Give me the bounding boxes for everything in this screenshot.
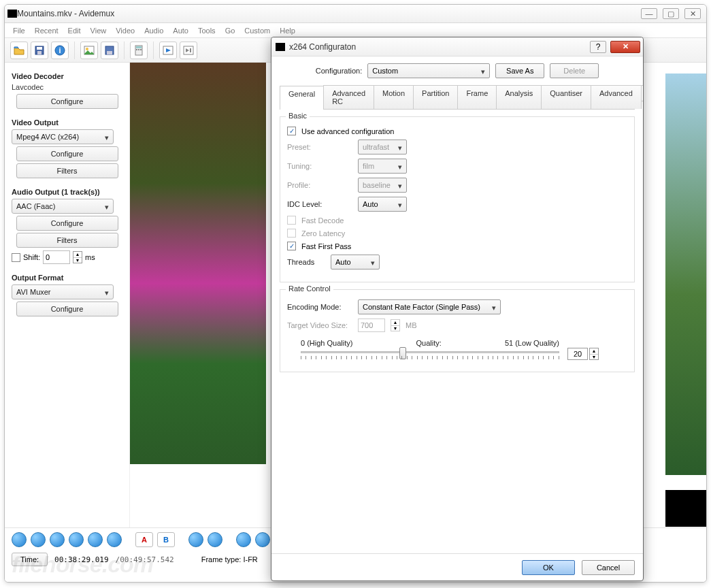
dialog-title: x264 Configuraton (289, 42, 590, 52)
tab-general[interactable]: General (280, 86, 324, 110)
mark-b-button[interactable]: B (157, 532, 175, 547)
tab-advanced[interactable]: Advanced (591, 85, 642, 109)
tab-scroll-left[interactable]: ◂ (641, 85, 643, 101)
tab-analysis[interactable]: Analysis (496, 85, 542, 109)
tab-advanced-rc[interactable]: Advanced RC (323, 85, 374, 109)
svg-text:i: i (59, 46, 61, 54)
next-toolbar-icon[interactable] (180, 42, 197, 59)
profile-select[interactable]: baseline (358, 178, 407, 193)
dialog-close-button[interactable]: ✕ (610, 41, 640, 53)
video-output-select[interactable]: Mpeg4 AVC (x264) (12, 129, 114, 144)
menu-help[interactable]: Help (276, 25, 299, 36)
dialog-help-button[interactable]: ? (590, 41, 606, 53)
x264-config-dialog: x264 Configuraton ? ✕ Configuration: Cus… (271, 37, 644, 581)
menu-auto[interactable]: Auto (169, 25, 193, 36)
preview-image-left (130, 63, 266, 464)
left-panel: Video Decoder Lavcodec Configure Video O… (5, 63, 130, 527)
menu-custom[interactable]: Custom (240, 25, 274, 36)
goto-start-button[interactable] (188, 532, 203, 547)
menu-edit[interactable]: Edit (64, 25, 85, 36)
shift-label: Shift: (23, 253, 40, 261)
audio-output-select[interactable]: AAC (Faac) (12, 199, 114, 214)
target-size-input[interactable]: 700 (358, 318, 385, 332)
next-keyframe-button[interactable] (107, 532, 122, 547)
dialog-titlebar: x264 Configuraton ? ✕ (271, 37, 643, 56)
encoding-mode-label: Encoding Mode: (287, 303, 352, 311)
video-output-label: Video Output (12, 118, 122, 127)
output-format-configure-button[interactable]: Configure (16, 301, 118, 316)
play-button[interactable] (12, 532, 27, 547)
close-button[interactable]: ✕ (684, 8, 701, 19)
open-icon[interactable] (10, 42, 28, 59)
video-output-filters-button[interactable]: Filters (16, 163, 118, 178)
save-as-button[interactable]: Save As (495, 63, 544, 78)
encoding-mode-select[interactable]: Constant Rate Factor (Single Pass) (358, 299, 501, 314)
use-advanced-label: Use advanced configuration (301, 127, 394, 135)
image-icon[interactable] (80, 42, 98, 59)
video-decoder-configure-button[interactable]: Configure (16, 94, 118, 109)
tuning-label: Tuning: (287, 162, 352, 170)
quality-spinner[interactable]: ▲▼ (589, 348, 599, 360)
shift-checkbox[interactable] (12, 253, 20, 262)
dialog-footer: OK Cancel (271, 553, 643, 581)
menu-audio[interactable]: Audio (140, 25, 167, 36)
shift-unit: ms (85, 253, 95, 261)
calculator-icon[interactable] (130, 42, 148, 59)
prev-frame-button[interactable] (50, 532, 65, 547)
preview-image-right (665, 74, 706, 475)
dialog-app-icon (276, 43, 285, 51)
svg-rect-2 (37, 51, 42, 54)
menubar: File Recent Edit View Video Audio Auto T… (5, 23, 706, 38)
fast-first-pass-checkbox[interactable]: ✓ (287, 242, 296, 250)
menu-view[interactable]: View (86, 25, 111, 36)
mark-a-button[interactable]: A (135, 532, 153, 547)
ok-button[interactable]: OK (522, 560, 575, 575)
save-image-icon[interactable] (101, 42, 118, 59)
info-icon[interactable]: i (51, 42, 69, 59)
menu-tools[interactable]: Tools (194, 25, 220, 36)
menu-video[interactable]: Video (112, 25, 139, 36)
shift-value-input[interactable]: 0 (43, 250, 70, 264)
svg-rect-13 (140, 49, 142, 50)
idc-select[interactable]: Auto (358, 197, 407, 212)
tab-quantiser[interactable]: Quantiser (541, 85, 591, 109)
stop-button[interactable] (31, 532, 46, 547)
goto-end-button[interactable] (208, 532, 222, 547)
threads-select[interactable]: Auto (331, 255, 380, 270)
prev-black-button[interactable] (236, 532, 251, 547)
delete-button[interactable]: Delete (550, 63, 599, 78)
next-black-button[interactable] (255, 532, 270, 547)
fast-decode-checkbox[interactable] (287, 216, 296, 225)
menu-go[interactable]: Go (221, 25, 239, 36)
output-format-select[interactable]: AVI Muxer (12, 284, 114, 299)
basic-group: Basic ✓ Use advanced configuration Prese… (280, 116, 635, 282)
tab-partition[interactable]: Partition (413, 85, 458, 109)
use-advanced-checkbox[interactable]: ✓ (287, 127, 296, 135)
zero-latency-checkbox[interactable] (287, 229, 296, 238)
svg-rect-10 (136, 46, 142, 48)
save-icon[interactable] (31, 42, 48, 59)
audio-output-configure-button[interactable]: Configure (16, 216, 118, 231)
next-frame-button[interactable] (69, 532, 84, 547)
prev-keyframe-button[interactable] (88, 532, 103, 547)
preset-select[interactable]: ultrafast (358, 140, 407, 154)
play-toolbar-icon[interactable] (159, 42, 177, 59)
tab-motion[interactable]: Motion (374, 85, 414, 109)
target-size-spinner[interactable]: ▲▼ (391, 319, 400, 331)
target-size-label: Target Video Size: (287, 321, 352, 329)
fast-decode-label: Fast Decode (301, 216, 344, 225)
quality-slider[interactable] (301, 348, 559, 361)
maximize-button[interactable]: ▢ (663, 8, 679, 19)
video-output-configure-button[interactable]: Configure (16, 146, 118, 161)
config-select[interactable]: Custom (367, 63, 490, 78)
menu-file[interactable]: File (9, 25, 29, 36)
tab-frame[interactable]: Frame (457, 85, 497, 109)
audio-output-filters-button[interactable]: Filters (16, 233, 118, 248)
shift-spinner[interactable]: ▲▼ (73, 251, 82, 263)
tuning-select[interactable]: film (358, 159, 407, 174)
menu-recent[interactable]: Recent (31, 25, 63, 36)
cancel-button[interactable]: Cancel (582, 560, 635, 575)
minimize-button[interactable]: — (641, 8, 657, 19)
rate-title: Rate Control (286, 284, 333, 293)
quality-value-input[interactable] (567, 348, 588, 360)
